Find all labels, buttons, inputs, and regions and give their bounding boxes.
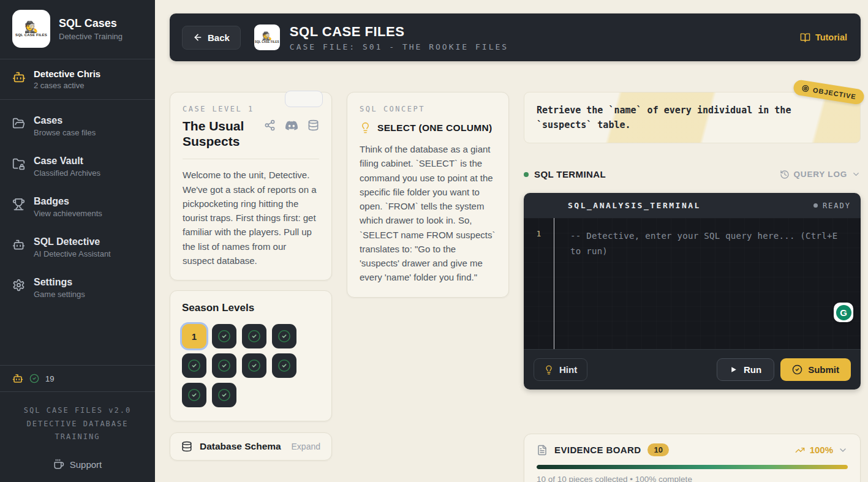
book-open-icon [800,32,810,43]
submit-button[interactable]: Submit [780,358,851,381]
check-circle-icon [217,359,231,372]
levels-grid: 1 [182,324,320,407]
level-tile[interactable] [212,383,236,407]
season-levels-title: Season Levels [182,302,320,314]
tutorial-button[interactable]: Tutorial [800,32,847,43]
level-tile[interactable] [272,324,296,348]
logo-label: SQL CASE FILES [15,33,47,37]
sql-concept-card: SQL CONCEPT SELECT (ONE COLUMN) Think of… [347,92,509,298]
evidence-progress-track [537,465,848,469]
query-log-button[interactable]: QUERY LOG [780,170,861,179]
database-icon[interactable] [308,119,319,131]
sidebar-item-settings[interactable]: SettingsGame settings [0,268,155,308]
folder-lock-icon [12,157,25,170]
schema-expand-button[interactable]: Expand [292,442,320,451]
level-tile[interactable] [182,353,206,378]
level-tile[interactable] [272,353,296,378]
case-logo: 🕵 SQL CASE FILES [254,24,280,50]
trending-up-icon [795,445,805,455]
level-tile-current[interactable]: 1 [182,324,206,348]
run-button[interactable]: Run [717,358,774,381]
back-button[interactable]: Back [182,26,241,50]
sql-editor-input[interactable]: -- Detective, enter your SQL query here.… [554,218,861,349]
case-description: Welcome to the unit, Detective. We've go… [183,168,319,268]
sidebar-item-badges[interactable]: BadgesView achievements [0,187,155,227]
trophy-icon [12,198,25,211]
sql-terminal-window: SQL_ANALYSIS_TERMINAL READY 1 -- Detecti… [524,193,861,390]
detective-logo-icon: 🕵 [262,32,272,40]
play-icon [730,366,738,374]
hint-button[interactable]: Hint [534,358,587,381]
case-brief-card: CASE LEVEL 1 The Usual Suspects Welcome … [170,92,332,281]
sidebar-stats: 19 [0,365,155,392]
sidebar-item-sql-detective[interactable]: SQL DetectiveAI Detective Assistant [0,227,155,268]
terminal-editor[interactable]: 1 -- Detective, enter your SQL query her… [524,218,861,349]
target-icon [801,84,810,93]
terminal-status-label: READY [823,201,851,210]
check-circle-icon [247,359,261,372]
objective-text: Retrieve the `name` of every individual … [537,103,848,132]
chevron-down-icon [838,445,848,455]
grammarly-icon[interactable]: G [834,303,853,322]
run-label: Run [744,364,761,375]
logo-label: SQL CASE FILES [255,40,279,43]
user-profile[interactable]: Detective Chris 2 cases active [0,59,155,100]
main-area: Back 🕵 SQL CASE FILES SQL CASE FILES CAS… [155,0,868,482]
database-schema-row[interactable]: Database Schema Expand [170,432,332,461]
evidence-expand-toggle[interactable]: 100% [795,445,848,455]
sidebar-brand: 🕵 SQL CASE FILES SQL Cases Detective Tra… [0,0,155,59]
arrow-left-icon [193,32,203,42]
discord-icon[interactable] [285,119,298,132]
share-icon[interactable] [264,119,276,131]
bot-icon [12,70,26,84]
case-title: The Usual Suspects [183,118,262,149]
database-icon [181,441,192,452]
sidebar-item-sub: AI Detective Assistant [34,249,111,258]
sidebar-item-cases[interactable]: CasesBrowse case files [0,106,155,146]
sql-terminal-label: SQL TERMINAL [534,169,606,179]
gear-icon [12,279,25,292]
page-title: SQL CASE FILES [290,24,508,40]
app-logo: 🕵 SQL CASE FILES [12,10,50,48]
file-text-icon [537,445,548,456]
submit-label: Submit [808,364,839,375]
objective-banner: OBJECTIVE Retrieve the `name` of every i… [524,92,861,143]
support-link[interactable]: Support [0,449,155,482]
case-file-subtitle: CASE FILE: S01 - THE ROOKIE FILES [290,42,508,51]
terminal-status: READY [813,201,851,210]
sidebar-item-label: Settings [34,277,85,288]
query-log-label: QUERY LOG [794,170,847,179]
version-line2: DETECTIVE DATABASE TRAINING [6,418,149,444]
check-circle-icon [217,388,231,402]
check-circle-icon [277,359,291,372]
terminal-titlebar: SQL_ANALYSIS_TERMINAL READY [524,193,861,218]
history-icon [780,170,790,179]
tutorial-label: Tutorial [815,32,847,42]
hint-label: Hint [559,364,577,375]
evidence-caption: 10 of 10 pieces collected • 100% complet… [537,475,848,482]
level-number: 1 [192,331,197,342]
chevron-down-icon [851,170,861,179]
app-subtitle: Detective Training [59,32,123,41]
check-circle-icon [187,359,201,372]
evidence-board-title: EVIDENCE BOARD [554,445,641,455]
sidebar-item-sub: Browse case files [34,128,96,137]
check-circle-icon [29,374,39,383]
objective-badge: OBJECTIVE [792,79,865,105]
sidebar-item-label: Badges [34,196,102,207]
level-tile[interactable] [212,353,236,378]
level-tile[interactable] [242,353,266,378]
level-tile[interactable] [182,383,206,407]
evidence-board-card: EVIDENCE BOARD 10 100% 10 of 10 pieces c… [524,434,861,482]
level-tile[interactable] [242,324,266,348]
evidence-progress-fill [537,465,848,469]
lightbulb-icon [544,365,554,375]
sidebar: 🕵 SQL CASE FILES SQL Cases Detective Tra… [0,0,155,482]
bot-icon [12,238,25,251]
sidebar-item-case-vault[interactable]: Case VaultClassified Archives [0,146,155,187]
check-circle-icon [792,364,802,375]
level-tile[interactable] [212,324,236,348]
check-circle-icon [217,329,231,343]
user-name: Detective Chris [34,69,100,79]
concept-title: SELECT (ONE COLUMN) [377,122,492,134]
